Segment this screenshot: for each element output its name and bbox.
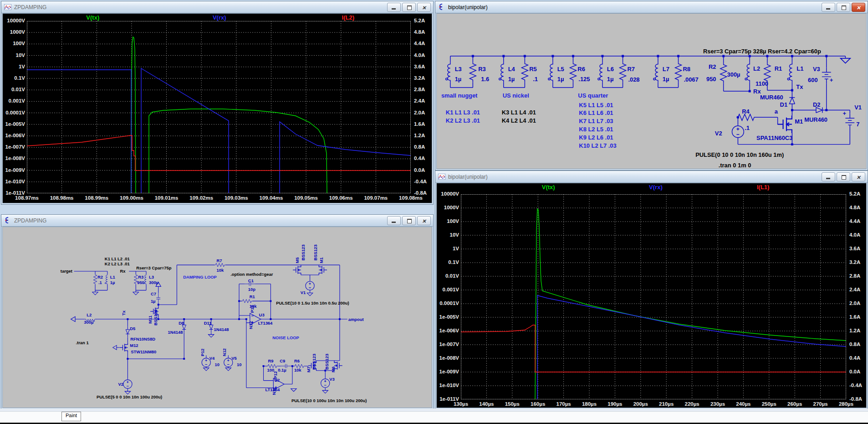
schematic-label: L7: [663, 66, 669, 72]
trace-label-vtx[interactable]: V(tx): [86, 14, 99, 21]
plot-area[interactable]: [461, 194, 846, 399]
close-button[interactable]: [852, 3, 865, 12]
schematic-canvas[interactable]: K1 L1 L2 .01K2 L2 L3 .01targetRxRser=3 C…: [3, 227, 432, 408]
nmos-symbol[interactable]: [319, 265, 327, 275]
ltspice-desktop: ZPDAMPING V(tx) V(rx) I(L2) 10000V1000V1…: [0, 0, 868, 424]
gnd-symbol[interactable]: [307, 293, 312, 296]
res-symbol[interactable]: [570, 62, 577, 82]
waveform-pane[interactable]: V(tx) V(rx) I(L1) 10000V1000V100V10V1V0.…: [436, 183, 867, 408]
trace-label-il1[interactable]: I(L1): [757, 184, 769, 191]
schematic-label: PULSE(10 0 100u 10n 10n 100u 200u): [291, 398, 367, 403]
ind-symbol[interactable]: [598, 62, 602, 82]
restore-button[interactable]: [837, 172, 850, 181]
titlebar[interactable]: ZPDAMPING: [1, 1, 433, 13]
gnd-symbol[interactable]: [125, 391, 130, 394]
ind-symbol[interactable]: [787, 62, 792, 82]
schematic-pane[interactable]: K1 L1 L2 .01K2 L2 L3 .01targetRxRser=3 C…: [2, 227, 432, 408]
window-bipolar-waveform[interactable]: bipolar(unipolar) V(tx) V(rx) I(L1) 1000…: [435, 171, 868, 409]
plot-area[interactable]: [27, 21, 411, 193]
ind-symbol[interactable]: [745, 62, 750, 82]
nmos-symbol[interactable]: [778, 115, 792, 133]
trace-label-il2[interactable]: I(L2): [342, 14, 354, 21]
vsrc-symbol[interactable]: [123, 379, 132, 390]
schematic-label: V3: [329, 377, 335, 382]
ind-symbol[interactable]: [499, 62, 504, 82]
window-bipolar-schematic[interactable]: bipolar(unipolar) L31µR31.6L41µR5.1L51µR…: [435, 1, 868, 171]
res-symbol[interactable]: [736, 114, 756, 120]
res-symbol[interactable]: [470, 62, 476, 82]
gnd-symbol[interactable]: [133, 292, 138, 295]
titlebar[interactable]: bipolar(unipolar): [435, 171, 868, 183]
waveform-pane[interactable]: V(tx) V(rx) I(L2) 10000V1000V100V10V1V0.…: [2, 13, 432, 203]
gnd-symbol[interactable]: [322, 390, 328, 393]
minimize-button[interactable]: [387, 3, 401, 12]
trace-I(L2): [27, 135, 411, 171]
schematic-label: D8: [179, 321, 184, 326]
gnd-symbol[interactable]: [291, 388, 296, 391]
diode-symbol[interactable]: [812, 108, 827, 113]
schematic-canvas[interactable]: L31µR31.6L41µR5.1L51µR6.125L61µR7.028L71…: [437, 14, 866, 169]
ind-symbol[interactable]: [548, 62, 553, 82]
schematic-window-icon: [4, 217, 12, 224]
y-right-tick-label: 1.2A: [849, 328, 868, 333]
ind-symbol[interactable]: [654, 62, 658, 82]
window-zpdamping-waveform[interactable]: ZPDAMPING V(tx) V(rx) I(L2) 10000V1000V1…: [1, 1, 434, 205]
schematic-label: U3: [259, 312, 265, 317]
schematic-label: K5 L1 L5 .01: [579, 102, 613, 109]
y-right-tick-label: 3.2A: [849, 259, 868, 265]
trace-label-vtx[interactable]: V(tx): [542, 184, 555, 191]
diode-symbol[interactable]: [126, 326, 129, 337]
ind-symbol[interactable]: [105, 274, 107, 285]
nmos-symbol[interactable]: [293, 265, 301, 275]
gnd-symbol[interactable]: [841, 58, 850, 63]
schematic-pane[interactable]: L31µR31.6L41µR5.1L51µR6.125L61µR7.028L71…: [436, 13, 867, 169]
vsrc-symbol[interactable]: [732, 124, 744, 139]
schematic-label: Rx: [120, 269, 126, 274]
diode-symbol[interactable]: [789, 93, 795, 109]
schematic-label: 1100: [756, 80, 768, 87]
close-button[interactable]: [852, 172, 865, 181]
res-symbol[interactable]: [620, 62, 626, 82]
res-symbol[interactable]: [675, 62, 682, 82]
schematic-label: L2: [753, 65, 760, 72]
gnd-symbol[interactable]: [208, 335, 214, 337]
titlebar[interactable]: bipolar(unipolar): [435, 1, 868, 13]
cap-symbol[interactable]: [156, 293, 160, 304]
portl-symbol[interactable]: [71, 316, 76, 321]
trace-V(rx): [27, 70, 131, 193]
minimize-button[interactable]: [822, 172, 835, 181]
minimize-button[interactable]: [387, 216, 401, 225]
y-left-tick-label: 1e-009V: [425, 369, 459, 374]
res-symbol[interactable]: [720, 63, 727, 83]
vsrc-symbol[interactable]: [306, 280, 314, 291]
restore-button[interactable]: [837, 3, 850, 12]
res-symbol[interactable]: [521, 62, 528, 82]
ind-symbol[interactable]: [446, 62, 450, 82]
close-button[interactable]: [417, 3, 431, 12]
res-symbol[interactable]: [242, 300, 253, 303]
schematic-label: US quarter: [578, 92, 608, 99]
schematic-label: PULSE(10 0 1.5u 10n 10n 0.5u 200u): [276, 300, 349, 305]
res-symbol[interactable]: [93, 274, 97, 285]
window-zpdamping-schematic[interactable]: ZPDAMPING K1 L1 L2 .01K2 L2 L3 .01target…: [1, 214, 434, 409]
minimize-button[interactable]: [822, 3, 835, 12]
taskbar-item-paint[interactable]: Paint: [61, 412, 81, 421]
nmos-symbol[interactable]: [120, 342, 128, 352]
titlebar[interactable]: ZPDAMPING: [1, 215, 433, 227]
gnd-symbol[interactable]: [225, 368, 231, 371]
restore-button[interactable]: [402, 3, 416, 12]
restore-button[interactable]: [402, 216, 416, 225]
gnd-symbol[interactable]: [203, 368, 209, 371]
schematic-label: D1: [780, 101, 787, 108]
res-symbol[interactable]: [215, 263, 226, 267]
schematic-label: L1: [797, 65, 803, 72]
schematic-label: .0067: [684, 76, 698, 83]
plot-grid: [27, 21, 411, 193]
batt-symbol[interactable]: [845, 114, 854, 129]
gnd-symbol[interactable]: [92, 292, 98, 295]
portl-symbol[interactable]: [113, 345, 117, 350]
trace-label-vrx[interactable]: V(rx): [649, 184, 663, 191]
y-right-tick-label: -0.4A: [849, 383, 868, 388]
trace-label-vrx[interactable]: V(rx): [213, 14, 226, 21]
vsrc-symbol[interactable]: [321, 378, 330, 389]
